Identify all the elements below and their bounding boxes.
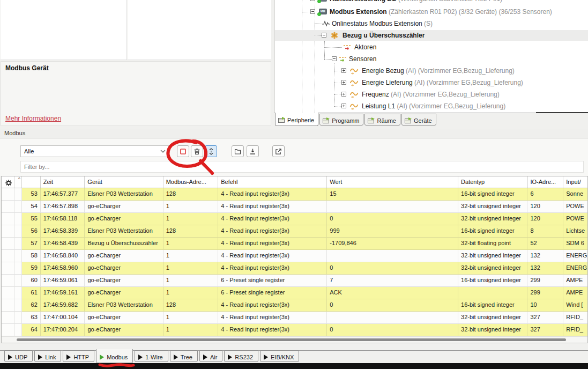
cell-io-adresse[interactable]: 6 bbox=[527, 188, 563, 201]
table-row[interactable]: 5317:46:57.377Elsner P03 Wetterstation12… bbox=[2, 188, 587, 201]
cell-geraet[interactable]: go-eCharger bbox=[85, 262, 163, 275]
cell-wert[interactable] bbox=[327, 312, 458, 324]
tree-item-bezug-ueberschusszaehler[interactable]: Bezug u Überschusszähler bbox=[275, 30, 588, 41]
cell-datentyp[interactable]: 32-bit unsigned integer bbox=[458, 201, 527, 213]
cell-geraet[interactable]: Elsner P03 Wetterstation bbox=[85, 225, 163, 238]
cell-input[interactable]: ENERG bbox=[563, 262, 587, 275]
tab-modbus[interactable]: Modbus bbox=[96, 349, 133, 363]
record-stop-button[interactable] bbox=[177, 145, 189, 157]
cell-io-adresse[interactable]: 52 bbox=[527, 238, 563, 250]
cell-befehl[interactable]: 4 - Read input register(3x) bbox=[218, 225, 327, 238]
cell-wert[interactable] bbox=[327, 201, 458, 213]
cell-number[interactable]: 59 bbox=[22, 262, 41, 275]
tab-tree[interactable]: Tree bbox=[170, 350, 198, 362]
open-file-button[interactable] bbox=[232, 145, 244, 157]
cell-io-adresse[interactable]: 299 bbox=[527, 275, 563, 287]
cell-io-adresse[interactable]: 8 bbox=[527, 225, 563, 238]
cell-io-adresse[interactable]: 10 bbox=[527, 299, 563, 312]
more-information-link[interactable]: Mehr Informationen bbox=[5, 115, 61, 122]
table-row[interactable]: 5817:46:58.840go-eCharger14 - Read input… bbox=[2, 250, 587, 262]
cell-input[interactable]: Lichtse bbox=[563, 225, 587, 238]
table-row[interactable]: 6317:47:00.104go-eCharger14 - Read input… bbox=[2, 312, 587, 324]
table-row[interactable]: 5517:46:58.118go-eCharger14 - Read input… bbox=[2, 213, 587, 225]
autoscroll-toggle-button[interactable] bbox=[205, 145, 217, 157]
cell-wert[interactable]: 0 bbox=[327, 299, 458, 312]
cell-io-adresse[interactable]: 132 bbox=[527, 250, 563, 262]
cell-befehl[interactable]: 4 - Read input register(3x) bbox=[218, 213, 327, 225]
cell-modbus-adresse[interactable]: 128 bbox=[163, 299, 219, 312]
cell-number[interactable]: 64 bbox=[22, 324, 41, 336]
cell-datentyp[interactable]: 32-bit unsigned integer bbox=[458, 324, 527, 336]
cell-input[interactable]: RFID_ bbox=[563, 324, 587, 336]
save-log-button[interactable] bbox=[247, 145, 259, 157]
cell-number[interactable]: 61 bbox=[22, 287, 41, 299]
cell-befehl[interactable]: 4 - Read input register(3x) bbox=[218, 262, 327, 275]
cell-number[interactable]: 63 bbox=[22, 312, 41, 324]
cell-wert[interactable]: 0 bbox=[327, 213, 458, 225]
cell-geraet[interactable]: go-eCharger bbox=[85, 201, 163, 213]
clear-log-button[interactable] bbox=[191, 145, 203, 157]
table-row[interactable]: 5917:46:58.960go-eCharger14 - Read input… bbox=[2, 262, 587, 275]
cell-input[interactable]: SDM 6 bbox=[563, 238, 587, 250]
cell-zeit[interactable]: 17:46:58.840 bbox=[41, 250, 85, 262]
cell-zeit[interactable]: 17:46:59.061 bbox=[41, 275, 85, 287]
cell-geraet[interactable]: Elsner P03 Wetterstation bbox=[85, 188, 163, 201]
cell-datentyp[interactable]: 32-bit unsigned integer bbox=[458, 262, 527, 275]
cell-io-adresse[interactable]: 120 bbox=[527, 201, 563, 213]
cell-geraet[interactable]: go-eCharger bbox=[85, 312, 163, 324]
cell-geraet[interactable]: go-eCharger bbox=[85, 213, 163, 225]
cell-wert[interactable]: ACK bbox=[327, 287, 458, 299]
table-row[interactable]: 6117:46:59.161go-eCharger16 - Preset sin… bbox=[2, 287, 587, 299]
cell-input[interactable]: POWE bbox=[563, 201, 587, 213]
cell-modbus-adresse[interactable]: 1 bbox=[163, 250, 219, 262]
tree-item-sensoren[interactable]: Sensoren bbox=[275, 54, 588, 64]
filter-input[interactable] bbox=[20, 161, 584, 173]
cell-number[interactable]: 62 bbox=[22, 299, 41, 312]
cell-datentyp[interactable] bbox=[458, 287, 527, 299]
tab-programm[interactable]: Programm bbox=[319, 114, 363, 126]
cell-number[interactable]: 54 bbox=[22, 201, 41, 213]
cell-datentyp[interactable]: 16-bit unsigned integer bbox=[458, 275, 527, 287]
cell-input[interactable]: Sonne bbox=[563, 188, 587, 201]
cell-datentyp[interactable]: 16-bit signed integer bbox=[458, 225, 527, 238]
column-header-io-adresse[interactable]: IO-Adre... bbox=[528, 176, 564, 188]
cell-wert[interactable]: 0 bbox=[327, 324, 458, 336]
cell-number[interactable]: 60 bbox=[22, 275, 41, 287]
cell-befehl[interactable]: 6 - Preset single register bbox=[218, 275, 327, 287]
cell-wert[interactable]: -1709,846 bbox=[327, 238, 458, 250]
cell-wert[interactable]: 0 bbox=[327, 262, 458, 275]
cell-zeit[interactable]: 17:46:59.161 bbox=[41, 287, 85, 299]
expand-icon[interactable] bbox=[341, 68, 346, 73]
open-external-button[interactable] bbox=[272, 145, 285, 157]
column-header-modbus-adresse[interactable]: Modbus-Adre... bbox=[163, 176, 219, 188]
cell-geraet[interactable]: go-eCharger bbox=[85, 324, 163, 336]
cell-input[interactable]: POWE bbox=[563, 213, 587, 225]
expand-icon[interactable] bbox=[341, 80, 346, 85]
cell-modbus-adresse[interactable]: 1 bbox=[163, 324, 219, 336]
cell-modbus-adresse[interactable]: 1 bbox=[163, 201, 219, 213]
sort-indicator[interactable]: ^ bbox=[14, 176, 22, 188]
tab-air[interactable]: Air bbox=[199, 350, 222, 362]
column-settings-button[interactable] bbox=[2, 176, 14, 188]
tab-link[interactable]: Link bbox=[34, 350, 61, 362]
cell-zeit[interactable]: 17:46:59.682 bbox=[41, 299, 85, 312]
tab-eib-knx[interactable]: EIB/KNX bbox=[260, 350, 299, 362]
cell-zeit[interactable]: 17:46:58.118 bbox=[41, 213, 85, 225]
cell-datentyp[interactable]: 32-bit unsigned integer bbox=[458, 250, 527, 262]
cell-io-adresse[interactable]: 327 bbox=[527, 312, 563, 324]
tab-rs232[interactable]: RS232 bbox=[224, 350, 258, 362]
cell-datentyp[interactable]: 16-bit signed integer bbox=[458, 299, 527, 312]
column-header-wert[interactable]: Wert bbox=[327, 176, 458, 188]
cell-io-adresse[interactable]: 132 bbox=[527, 262, 563, 275]
tree-item-aktoren[interactable]: Aktoren bbox=[275, 42, 588, 53]
cell-zeit[interactable]: 17:47:00.204 bbox=[41, 324, 85, 336]
cell-io-adresse[interactable]: 299 bbox=[527, 287, 563, 299]
cell-befehl[interactable]: 4 - Read input register(3x) bbox=[218, 238, 327, 250]
collapse-icon[interactable] bbox=[310, 9, 315, 14]
cell-zeit[interactable]: 17:46:57.898 bbox=[41, 201, 85, 213]
scrollbar-thumb[interactable] bbox=[17, 338, 566, 341]
horizontal-scrollbar[interactable] bbox=[2, 336, 587, 343]
tab-1-wire[interactable]: 1-Wire bbox=[135, 350, 168, 362]
cell-datentyp[interactable]: 16-bit signed integer bbox=[458, 188, 527, 201]
cell-modbus-adresse[interactable]: 128 bbox=[163, 188, 219, 201]
